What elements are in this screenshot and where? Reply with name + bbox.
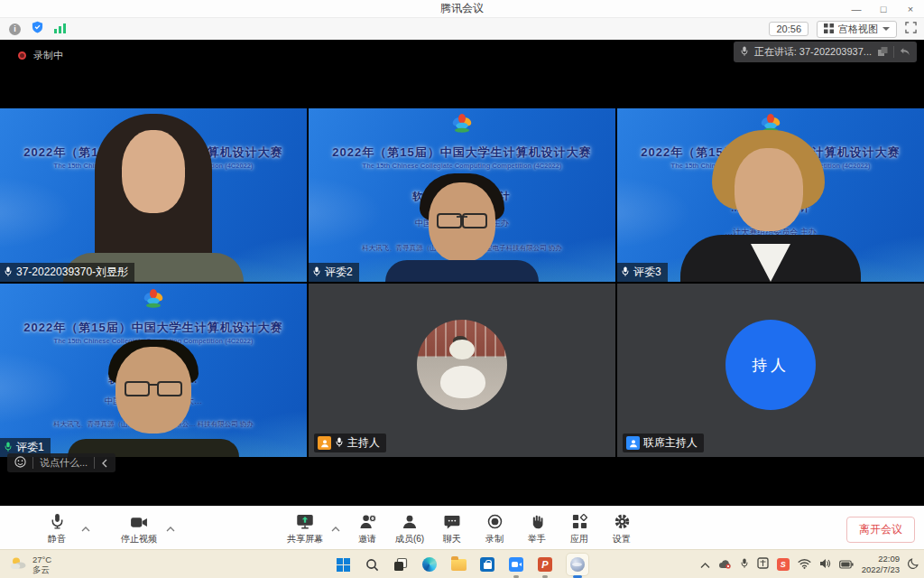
- file-explorer-icon[interactable]: [450, 556, 467, 573]
- leave-meeting-button[interactable]: 离开会议: [846, 517, 915, 543]
- competition-logo: [448, 112, 476, 140]
- view-mode-label: 宫格视图: [838, 23, 878, 36]
- restore-view-icon[interactable]: [900, 44, 910, 61]
- minimize-button[interactable]: —: [843, 0, 870, 18]
- mic-icon: [312, 266, 321, 280]
- active-speaker-pill: 正在讲话: 37-202203937...: [734, 42, 917, 62]
- windows-start-icon[interactable]: [335, 556, 351, 573]
- security-shield-icon[interactable]: [32, 21, 43, 37]
- search-icon[interactable]: [364, 556, 380, 573]
- chat-input[interactable]: 说点什么...: [40, 456, 88, 470]
- divider: [94, 457, 95, 469]
- members-button[interactable]: 成员(6): [394, 513, 425, 545]
- members-icon: [402, 513, 418, 529]
- video-tile-judge3[interactable]: 2022年（第15届）中国大学生计算机设计大赛 The 15th Chinese…: [617, 108, 924, 282]
- invite-button[interactable]: 邀请: [352, 513, 383, 545]
- participant-video: [385, 173, 539, 282]
- share-options-caret[interactable]: [331, 519, 340, 536]
- cohost-avatar: 持人: [725, 320, 816, 410]
- participant-video: [68, 340, 239, 457]
- edge-browser-icon[interactable]: [421, 556, 438, 573]
- stop-video-button[interactable]: 停止视频: [121, 513, 157, 545]
- taskbar-clock[interactable]: 22:09 2022/7/23: [862, 554, 900, 576]
- settings-button[interactable]: 设置: [606, 513, 637, 545]
- share-screen-button[interactable]: 共享屏幕: [287, 513, 323, 545]
- weather-widget[interactable]: 27°C 多云: [9, 550, 51, 578]
- switch-layout-icon[interactable]: [877, 44, 888, 61]
- wifi-icon[interactable]: [798, 556, 811, 573]
- windows-taskbar: 27°C 多云 P: [0, 549, 924, 578]
- invite-person-icon: [359, 513, 376, 529]
- restore-button[interactable]: □: [870, 0, 897, 18]
- gear-icon: [614, 513, 630, 529]
- window-titlebar: 腾讯会议 — □ ×: [0, 0, 924, 18]
- active-speaker-label: 正在讲话: 37-202203937...: [754, 45, 872, 59]
- tray-chevron-up-icon[interactable]: [700, 556, 710, 573]
- sogou-input-icon[interactable]: S: [777, 558, 790, 571]
- focus-assist-moon-icon[interactable]: [908, 556, 919, 573]
- mic-icon: [621, 266, 630, 280]
- weather-icon: [9, 555, 27, 573]
- mute-options-caret[interactable]: [81, 519, 90, 536]
- recording-indicator: 录制中: [18, 49, 63, 62]
- view-mode-selector[interactable]: 宫格视图: [817, 21, 897, 38]
- window-title: 腾讯会议: [440, 1, 484, 16]
- network-signal-icon[interactable]: [54, 21, 67, 37]
- record-icon: [487, 513, 503, 529]
- raise-hand-button[interactable]: 举手: [522, 513, 552, 545]
- speaker-icon[interactable]: [819, 556, 831, 573]
- participant-video: [680, 130, 861, 282]
- divider: [893, 46, 894, 58]
- tencent-meeting-app-icon[interactable]: [508, 556, 524, 573]
- tray-mic-icon[interactable]: [740, 556, 749, 573]
- ime-input-icon[interactable]: [757, 556, 769, 573]
- active-meeting-window-icon[interactable]: [566, 553, 589, 576]
- meeting-statusbar: i 20:56 宫格视图: [0, 18, 924, 40]
- microsoft-store-icon[interactable]: [479, 556, 495, 573]
- meeting-toolbar: 静音 停止视频 共享屏幕: [0, 506, 924, 549]
- collapse-chevron-icon[interactable]: [101, 455, 108, 471]
- video-grid: 2022年（第15届）中国大学生计算机设计大赛 The 15th Chinese…: [0, 108, 924, 457]
- close-button[interactable]: ×: [897, 0, 924, 18]
- apps-button[interactable]: 应用: [564, 513, 595, 545]
- host-role-icon: [318, 436, 331, 450]
- participant-label: 评委2: [309, 263, 359, 282]
- video-tile-host[interactable]: 主持人: [309, 284, 615, 457]
- grid-view-icon: [824, 23, 834, 35]
- video-options-caret[interactable]: [166, 519, 175, 536]
- mic-icon: [740, 44, 749, 61]
- camera-icon: [130, 513, 148, 529]
- video-tile-judge2[interactable]: 2022年（第15届）中国大学生计算机设计大赛 The 15th Chinese…: [309, 108, 615, 282]
- chat-button[interactable]: 聊天: [437, 513, 467, 545]
- tencent-meeting-window: 腾讯会议 — □ × i 20:56 宫格视图: [0, 0, 924, 578]
- divider: [32, 457, 33, 469]
- powerpoint-icon[interactable]: P: [537, 556, 553, 573]
- task-view-icon[interactable]: [393, 556, 409, 573]
- participant-label: 评委3: [617, 263, 668, 282]
- chat-bubble-icon: [444, 513, 460, 529]
- share-screen-icon: [296, 513, 314, 529]
- emoji-icon[interactable]: [14, 455, 26, 471]
- participant-label: 37-2022039370-刘昱彤: [0, 263, 134, 282]
- meeting-duration: 20:56: [769, 22, 808, 36]
- cloud-sync-error-icon[interactable]: [718, 556, 732, 573]
- mute-button[interactable]: 静音: [42, 513, 72, 545]
- video-stage: 录制中 正在讲话: 37-202203937... 2022年（第15: [0, 40, 924, 506]
- mic-icon: [4, 266, 13, 280]
- chevron-down-icon: [882, 27, 890, 31]
- record-dot-icon: [18, 51, 26, 60]
- fullscreen-icon[interactable]: [905, 21, 917, 37]
- cohost-role-icon: [626, 436, 640, 450]
- video-tile-judge1[interactable]: 2022年（第15届）中国大学生计算机设计大赛 The 15th Chinese…: [0, 284, 307, 457]
- battery-icon[interactable]: [839, 556, 854, 573]
- apps-grid-icon: [572, 513, 587, 529]
- raise-hand-icon: [531, 513, 544, 529]
- mic-icon: [335, 436, 344, 451]
- participant-video: [59, 114, 248, 282]
- meeting-info-icon[interactable]: i: [9, 23, 21, 35]
- quick-chat-bar[interactable]: 说点什么...: [7, 453, 116, 472]
- video-tile-cohost[interactable]: 持人 联席主持人: [617, 284, 924, 457]
- video-tile-liuyutong[interactable]: 2022年（第15届）中国大学生计算机设计大赛 The 15th Chinese…: [0, 108, 307, 282]
- record-button[interactable]: 录制: [479, 513, 510, 545]
- participant-label: 主持人: [314, 434, 386, 452]
